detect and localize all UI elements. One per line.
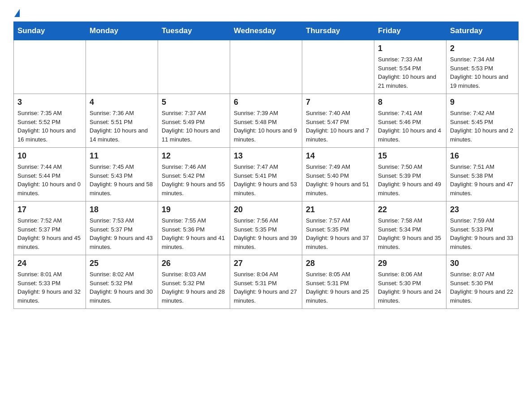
day-number: 8 — [378, 98, 442, 107]
calendar-cell: 26Sunrise: 8:03 AM Sunset: 5:32 PM Dayli… — [158, 255, 230, 309]
day-info: Sunrise: 8:03 AM Sunset: 5:32 PM Dayligh… — [162, 270, 226, 305]
day-number: 11 — [90, 151, 154, 161]
day-number: 4 — [90, 98, 154, 107]
day-info: Sunrise: 7:53 AM Sunset: 5:37 PM Dayligh… — [90, 216, 154, 251]
day-info: Sunrise: 7:44 AM Sunset: 5:44 PM Dayligh… — [17, 163, 82, 197]
weekday-header-friday: Friday — [374, 22, 446, 40]
day-info: Sunrise: 7:45 AM Sunset: 5:43 PM Dayligh… — [90, 163, 154, 197]
calendar-cell: 17Sunrise: 7:52 AM Sunset: 5:37 PM Dayli… — [14, 201, 86, 255]
day-number: 5 — [162, 98, 226, 107]
day-info: Sunrise: 7:34 AM Sunset: 5:53 PM Dayligh… — [450, 55, 515, 90]
calendar-cell: 1Sunrise: 7:33 AM Sunset: 5:54 PM Daylig… — [374, 40, 446, 94]
day-info: Sunrise: 8:04 AM Sunset: 5:31 PM Dayligh… — [234, 270, 298, 305]
calendar-cell: 11Sunrise: 7:45 AM Sunset: 5:43 PM Dayli… — [86, 148, 158, 201]
calendar-cell: 10Sunrise: 7:44 AM Sunset: 5:44 PM Dayli… — [14, 148, 86, 201]
day-number: 20 — [234, 205, 298, 214]
day-number: 10 — [17, 151, 82, 161]
day-info: Sunrise: 8:06 AM Sunset: 5:30 PM Dayligh… — [378, 270, 442, 305]
day-number: 29 — [378, 259, 442, 268]
day-info: Sunrise: 8:01 AM Sunset: 5:33 PM Dayligh… — [17, 270, 82, 305]
calendar-cell: 22Sunrise: 7:58 AM Sunset: 5:34 PM Dayli… — [374, 201, 446, 255]
header — [13, 9, 519, 17]
day-number: 2 — [450, 44, 515, 53]
day-info: Sunrise: 7:51 AM Sunset: 5:38 PM Dayligh… — [450, 163, 515, 197]
day-info: Sunrise: 8:07 AM Sunset: 5:30 PM Dayligh… — [450, 270, 515, 305]
day-number: 3 — [17, 98, 82, 107]
calendar-cell: 24Sunrise: 8:01 AM Sunset: 5:33 PM Dayli… — [14, 255, 86, 309]
day-number: 6 — [234, 98, 298, 107]
calendar-cell: 19Sunrise: 7:55 AM Sunset: 5:36 PM Dayli… — [158, 201, 230, 255]
calendar-cell: 8Sunrise: 7:41 AM Sunset: 5:46 PM Daylig… — [374, 94, 446, 148]
calendar-week-row: 10Sunrise: 7:44 AM Sunset: 5:44 PM Dayli… — [14, 148, 519, 201]
day-info: Sunrise: 7:50 AM Sunset: 5:39 PM Dayligh… — [378, 163, 442, 197]
day-info: Sunrise: 7:39 AM Sunset: 5:48 PM Dayligh… — [234, 109, 298, 144]
day-number: 19 — [162, 205, 226, 214]
calendar-cell: 3Sunrise: 7:35 AM Sunset: 5:52 PM Daylig… — [14, 94, 86, 148]
day-number: 27 — [234, 259, 298, 268]
logo — [13, 9, 20, 17]
calendar-cell: 25Sunrise: 8:02 AM Sunset: 5:32 PM Dayli… — [86, 255, 158, 309]
day-info: Sunrise: 8:02 AM Sunset: 5:32 PM Dayligh… — [90, 270, 154, 305]
calendar-cell: 14Sunrise: 7:49 AM Sunset: 5:40 PM Dayli… — [302, 148, 374, 201]
day-number: 21 — [306, 205, 370, 214]
day-number: 15 — [378, 151, 442, 161]
calendar-cell: 23Sunrise: 7:59 AM Sunset: 5:33 PM Dayli… — [446, 201, 519, 255]
calendar-week-row: 3Sunrise: 7:35 AM Sunset: 5:52 PM Daylig… — [14, 94, 519, 148]
day-info: Sunrise: 7:42 AM Sunset: 5:45 PM Dayligh… — [450, 109, 515, 144]
calendar-cell: 6Sunrise: 7:39 AM Sunset: 5:48 PM Daylig… — [230, 94, 302, 148]
calendar-week-row: 1Sunrise: 7:33 AM Sunset: 5:54 PM Daylig… — [14, 40, 519, 94]
day-info: Sunrise: 7:57 AM Sunset: 5:35 PM Dayligh… — [306, 216, 370, 251]
day-info: Sunrise: 7:46 AM Sunset: 5:42 PM Dayligh… — [162, 163, 226, 197]
calendar-cell — [302, 40, 374, 94]
calendar-cell: 20Sunrise: 7:56 AM Sunset: 5:35 PM Dayli… — [230, 201, 302, 255]
day-number: 17 — [17, 205, 82, 214]
day-info: Sunrise: 7:49 AM Sunset: 5:40 PM Dayligh… — [306, 163, 370, 197]
day-info: Sunrise: 7:58 AM Sunset: 5:34 PM Dayligh… — [378, 216, 442, 251]
day-info: Sunrise: 7:59 AM Sunset: 5:33 PM Dayligh… — [450, 216, 515, 251]
calendar-cell — [86, 40, 158, 94]
calendar-header-row: SundayMondayTuesdayWednesdayThursdayFrid… — [14, 22, 519, 40]
calendar-cell: 7Sunrise: 7:40 AM Sunset: 5:47 PM Daylig… — [302, 94, 374, 148]
calendar-cell: 18Sunrise: 7:53 AM Sunset: 5:37 PM Dayli… — [86, 201, 158, 255]
calendar-cell: 15Sunrise: 7:50 AM Sunset: 5:39 PM Dayli… — [374, 148, 446, 201]
calendar-cell: 12Sunrise: 7:46 AM Sunset: 5:42 PM Dayli… — [158, 148, 230, 201]
calendar-table: SundayMondayTuesdayWednesdayThursdayFrid… — [13, 21, 519, 309]
calendar-cell: 27Sunrise: 8:04 AM Sunset: 5:31 PM Dayli… — [230, 255, 302, 309]
day-number: 9 — [450, 98, 515, 107]
calendar-week-row: 24Sunrise: 8:01 AM Sunset: 5:33 PM Dayli… — [14, 255, 519, 309]
weekday-header-sunday: Sunday — [14, 22, 86, 40]
calendar-cell: 16Sunrise: 7:51 AM Sunset: 5:38 PM Dayli… — [446, 148, 519, 201]
calendar-cell: 28Sunrise: 8:05 AM Sunset: 5:31 PM Dayli… — [302, 255, 374, 309]
weekday-header-saturday: Saturday — [446, 22, 519, 40]
weekday-header-tuesday: Tuesday — [158, 22, 230, 40]
calendar-cell: 29Sunrise: 8:06 AM Sunset: 5:30 PM Dayli… — [374, 255, 446, 309]
day-number: 1 — [378, 44, 442, 53]
day-info: Sunrise: 7:37 AM Sunset: 5:49 PM Dayligh… — [162, 109, 226, 144]
day-number: 25 — [90, 259, 154, 268]
day-info: Sunrise: 7:33 AM Sunset: 5:54 PM Dayligh… — [378, 55, 442, 90]
calendar-cell: 2Sunrise: 7:34 AM Sunset: 5:53 PM Daylig… — [446, 40, 519, 94]
day-number: 28 — [306, 259, 370, 268]
day-number: 14 — [306, 151, 370, 161]
day-info: Sunrise: 7:36 AM Sunset: 5:51 PM Dayligh… — [90, 109, 154, 144]
calendar-cell: 9Sunrise: 7:42 AM Sunset: 5:45 PM Daylig… — [446, 94, 519, 148]
day-number: 12 — [162, 151, 226, 161]
day-number: 13 — [234, 151, 298, 161]
day-info: Sunrise: 7:56 AM Sunset: 5:35 PM Dayligh… — [234, 216, 298, 251]
weekday-header-thursday: Thursday — [302, 22, 374, 40]
day-number: 24 — [17, 259, 82, 268]
day-number: 22 — [378, 205, 442, 214]
day-info: Sunrise: 7:35 AM Sunset: 5:52 PM Dayligh… — [17, 109, 82, 144]
calendar-cell: 5Sunrise: 7:37 AM Sunset: 5:49 PM Daylig… — [158, 94, 230, 148]
day-info: Sunrise: 7:41 AM Sunset: 5:46 PM Dayligh… — [378, 109, 442, 144]
calendar-cell: 21Sunrise: 7:57 AM Sunset: 5:35 PM Dayli… — [302, 201, 374, 255]
weekday-header-wednesday: Wednesday — [230, 22, 302, 40]
day-number: 23 — [450, 205, 515, 214]
day-info: Sunrise: 7:52 AM Sunset: 5:37 PM Dayligh… — [17, 216, 82, 251]
day-info: Sunrise: 7:47 AM Sunset: 5:41 PM Dayligh… — [234, 163, 298, 197]
day-info: Sunrise: 8:05 AM Sunset: 5:31 PM Dayligh… — [306, 270, 370, 305]
day-number: 26 — [162, 259, 226, 268]
calendar-week-row: 17Sunrise: 7:52 AM Sunset: 5:37 PM Dayli… — [14, 201, 519, 255]
weekday-header-monday: Monday — [86, 22, 158, 40]
calendar-cell — [230, 40, 302, 94]
